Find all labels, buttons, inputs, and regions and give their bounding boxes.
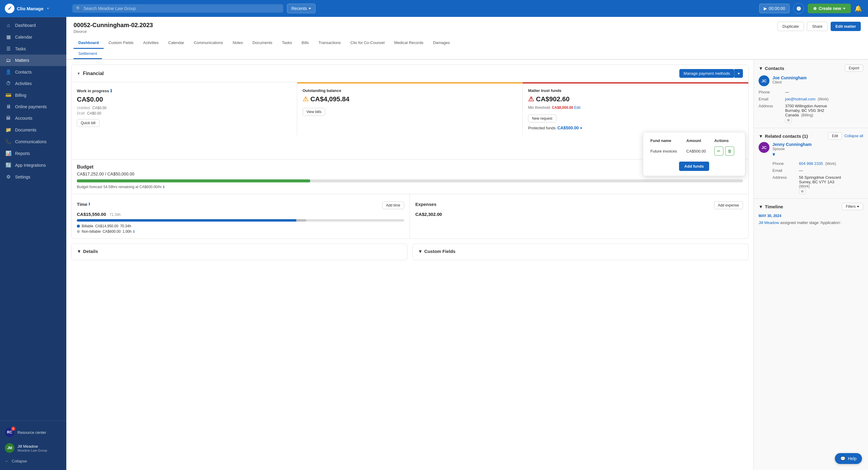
clock-button[interactable]: 🕐	[793, 3, 804, 14]
quick-bill-button[interactable]: Quick bill	[77, 119, 99, 127]
time-expenses-section: Time ℹ Add time CA$15,550.00 71.34h	[71, 194, 748, 238]
user-profile[interactable]: JM Jill Meadow Meadow Law Group	[0, 440, 66, 456]
contacts-section: ▼ Contacts Export JC Joe Cunningham Clie…	[754, 60, 868, 128]
edit-fund-button[interactable]: ✏	[714, 147, 723, 155]
tab-calendar[interactable]: Calendar	[163, 37, 189, 49]
resource-center-btn[interactable]: RC 2 Resource center	[0, 424, 66, 440]
sidebar-logo[interactable]: ✓ Clio Manage ▾	[0, 0, 66, 17]
sidebar-item-billing[interactable]: 💳 Billing	[0, 89, 66, 101]
tab-communications[interactable]: Communications	[189, 37, 228, 49]
wip-info-icon[interactable]: ℹ	[110, 88, 112, 93]
resource-center-badge: 2	[11, 427, 16, 431]
manage-payment-button[interactable]: Manage payment methods	[679, 69, 734, 78]
client-role: Client	[772, 80, 807, 84]
sidebar-item-calendar[interactable]: ▦ Calendar	[0, 31, 66, 43]
add-funds-button[interactable]: Add funds	[679, 161, 709, 171]
sidebar-item-integrations[interactable]: 🔄 App Integrations	[0, 159, 66, 171]
threshold-edit-link[interactable]: Edit	[574, 106, 581, 110]
recents-button[interactable]: Recents	[287, 4, 315, 13]
help-label: Help	[848, 456, 857, 461]
related-phone-link[interactable]: 604 998 2335	[799, 161, 823, 166]
sidebar-item-documents[interactable]: 📁 Documents	[0, 124, 66, 136]
tab-dashboard[interactable]: Dashboard	[73, 37, 104, 49]
outstanding-amount: ⚠ CA$4,095.84	[303, 95, 517, 103]
delete-fund-button[interactable]: 🗑	[725, 147, 734, 155]
sidebar-item-accounts[interactable]: 🏛 Accounts	[0, 113, 66, 124]
edit-matter-button[interactable]: Edit matter	[831, 22, 861, 31]
sidebar-item-reports[interactable]: 📊 Reports	[0, 147, 66, 159]
search-input[interactable]	[84, 6, 280, 11]
budget-info-icon[interactable]: ℹ	[163, 185, 164, 189]
sidebar-item-matters[interactable]: 🗂 Matters	[0, 55, 66, 66]
timeline-user-link[interactable]: Jill Meadow	[758, 221, 779, 225]
outstanding-label: Outstanding balance	[303, 88, 517, 93]
new-request-button[interactable]: New request	[528, 115, 556, 122]
tab-custom-fields[interactable]: Custom Fields	[104, 37, 138, 49]
warning-icon: ⚠	[303, 95, 309, 103]
related-address-row: Address 56 Springdrive Crescent Surrey, …	[772, 175, 863, 194]
matter-header: 00052-Cunningham-02.2023 Divorce Duplica…	[66, 17, 868, 60]
time-header: Time ℹ Add time	[77, 199, 404, 209]
tab-bills[interactable]: Bills	[297, 37, 314, 49]
collapse-all-link[interactable]: Collapse all	[844, 134, 863, 138]
sidebar-item-settings[interactable]: ⚙ Settings	[0, 171, 66, 183]
related-edit-button[interactable]: Edit	[828, 133, 842, 140]
duplicate-button[interactable]: Duplicate	[777, 22, 804, 31]
bell-icon: 🔔	[855, 5, 862, 12]
view-bills-button[interactable]: View bills	[303, 108, 326, 116]
tab-documents[interactable]: Documents	[248, 37, 277, 49]
client-email-link[interactable]: joe@hotmail.com	[785, 97, 815, 101]
help-button[interactable]: 💬 Help	[835, 453, 862, 464]
export-button[interactable]: Export	[845, 64, 863, 72]
time-total: CA$15,550.00 71.34h	[77, 212, 404, 217]
add-time-button[interactable]: Add time	[382, 201, 404, 209]
timeline-section: ▼ Timeline Filters MAY 30, 2024 Jill Mea…	[754, 199, 868, 229]
nonbillable-bar	[296, 219, 306, 222]
sidebar-item-activities[interactable]: ⏱ Activities	[0, 78, 66, 89]
manage-payment-dropdown[interactable]	[734, 69, 743, 78]
right-panel: ▼ Contacts Export JC Joe Cunningham Clie…	[753, 60, 868, 470]
tab-damages[interactable]: Damages	[428, 37, 455, 49]
sidebar-item-contacts[interactable]: 👤 Contacts	[0, 66, 66, 78]
financial-collapse-icon[interactable]: ▼	[77, 71, 81, 76]
protected-funds-popup: Fund name Amount Actions Future invoices	[643, 132, 745, 176]
tab-medical-records[interactable]: Medical Records	[390, 37, 428, 49]
related-name-link[interactable]: Jenny Cunningham	[772, 142, 812, 147]
protected-funds-link[interactable]: CA$500.00	[557, 125, 582, 130]
time-section: Time ℹ Add time CA$15,550.00 71.34h	[71, 194, 410, 238]
related-contact-details: Phone 604 998 2335 (Work) Email —	[758, 161, 863, 194]
client-name-link[interactable]: Joe Cunningham	[772, 76, 807, 80]
timeline-filters-button[interactable]: Filters	[842, 203, 863, 210]
add-expense-button[interactable]: Add expense	[714, 201, 743, 209]
tab-settlement[interactable]: Settlement	[73, 49, 102, 59]
client-address-row: Address 3700 Willingdon Avenue Burnaby, …	[758, 104, 863, 123]
logo-chevron: ▾	[47, 6, 49, 10]
timer-button[interactable]: ▶ 00:00:00	[759, 4, 790, 13]
related-email-row: Email —	[772, 168, 863, 173]
notifications-button[interactable]: 🔔	[855, 5, 862, 12]
tab-transactions[interactable]: Transactions	[314, 37, 346, 49]
sidebar-item-online-payments[interactable]: 🖥 Online payments	[0, 101, 66, 113]
related-expand-icon[interactable]: ▾	[772, 151, 775, 157]
accounts-icon: 🏛	[5, 115, 11, 121]
sidebar-item-label: Calendar	[15, 35, 32, 39]
sidebar-item-tasks[interactable]: ☰ Tasks	[0, 43, 66, 55]
sidebar-item-label: Tasks	[15, 47, 26, 51]
sidebar-item-dashboard[interactable]: ⌂ Dashboard	[0, 20, 66, 31]
client-contact-row: JC Joe Cunningham Client	[758, 76, 863, 86]
tab-co-counsel[interactable]: Clio for Co-Counsel	[346, 37, 390, 49]
copy-address-button[interactable]: ⧉	[785, 117, 792, 123]
collapse-button[interactable]: ← Collapse	[0, 456, 66, 466]
time-info-icon[interactable]: ℹ	[89, 202, 90, 206]
create-new-button[interactable]: ⊕ Create new	[808, 4, 851, 13]
tab-tasks[interactable]: Tasks	[277, 37, 297, 49]
share-button[interactable]: Share	[807, 22, 828, 31]
sidebar-item-label: Activities	[15, 81, 32, 86]
tab-activities[interactable]: Activities	[138, 37, 163, 49]
copy-related-address-button[interactable]: ⧉	[799, 188, 806, 194]
fund-name-col-header: Fund name	[648, 137, 684, 144]
play-icon: ▶	[764, 6, 767, 11]
sidebar-item-communications[interactable]: 📞 Communications	[0, 136, 66, 147]
tab-notes[interactable]: Notes	[228, 37, 248, 49]
nonbillable-info-icon[interactable]: ℹ	[133, 229, 135, 234]
